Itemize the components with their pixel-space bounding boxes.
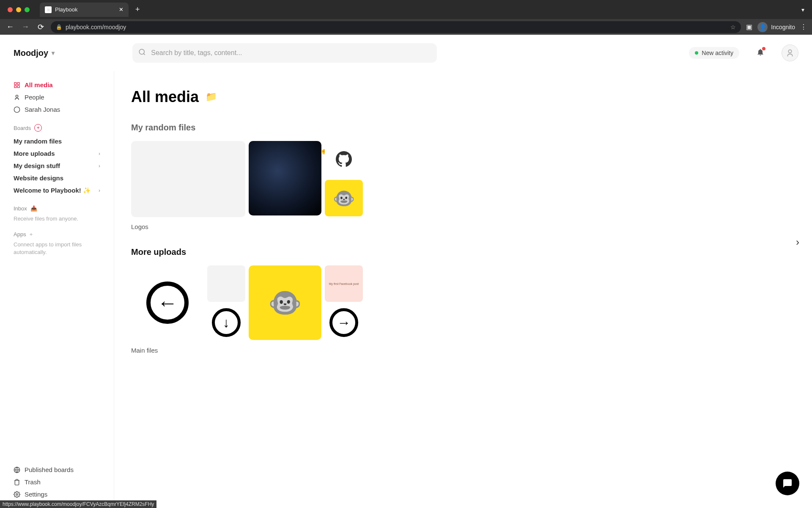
thumbnail-arrow-left[interactable]: ←	[131, 265, 204, 340]
search-icon	[138, 48, 146, 58]
apps-header: Apps	[14, 231, 26, 237]
apps-desc: Connect apps to import files automatical…	[8, 241, 105, 256]
sidebar-published-boards[interactable]: Published boards	[8, 464, 105, 476]
thumbnail-earth[interactable]	[249, 141, 321, 215]
browser-menu-icon[interactable]: ⋮	[800, 23, 807, 31]
activity-dot-icon	[695, 51, 698, 55]
workspace-name: Moodjoy	[14, 48, 48, 58]
nav-label: People	[25, 94, 44, 101]
workspace-switcher[interactable]: Moodjoy ▾	[14, 48, 55, 58]
collection-label[interactable]: Main files	[131, 347, 795, 354]
add-app-button[interactable]: +	[30, 231, 33, 237]
board-my-design-stuff[interactable]: My design stuff›	[8, 160, 105, 172]
inbox-icon[interactable]: 📥	[30, 205, 37, 212]
section-title[interactable]: My random files	[131, 123, 795, 133]
svg-point-0	[139, 49, 144, 54]
thumbnail-arrow-right[interactable]: →	[325, 304, 363, 341]
section-title[interactable]: More uploads	[131, 247, 795, 257]
sidebar-nav-user[interactable]: Sarah Jonas	[8, 103, 105, 116]
activity-badge[interactable]: New activity	[689, 47, 739, 59]
carousel-next-button[interactable]: ›	[796, 236, 799, 248]
browser-tab[interactable]: ▣ Playbook ✕	[40, 3, 129, 17]
board-website-designs[interactable]: Website designs	[8, 172, 105, 184]
url-text: playbook.com/moodjoy	[66, 24, 126, 30]
tab-favicon: ▣	[45, 6, 52, 13]
window-close-icon[interactable]	[8, 7, 13, 12]
extensions-icon[interactable]: ▣	[746, 23, 752, 31]
thumbnail-facebook-post[interactable]: My first Facebook post	[325, 265, 363, 302]
collection-label[interactable]: Logos	[131, 223, 795, 230]
new-tab-button[interactable]: +	[135, 5, 140, 14]
svg-line-1	[144, 53, 145, 55]
chat-fab[interactable]	[776, 472, 799, 495]
svg-point-7	[16, 95, 18, 97]
svg-rect-4	[17, 83, 19, 85]
thumbnail-mailchimp-large[interactable]: 🐵	[249, 265, 321, 340]
add-board-button[interactable]: +	[34, 124, 42, 132]
sidebar-trash[interactable]: Trash	[8, 476, 105, 488]
incognito-icon[interactable]: 👤	[757, 22, 768, 32]
chevron-right-icon: ›	[99, 163, 100, 169]
sidebar-settings[interactable]: Settings	[8, 488, 105, 500]
thumbnail-github[interactable]	[325, 141, 363, 177]
svg-point-11	[16, 494, 18, 495]
board-more-uploads[interactable]: More uploads›	[8, 147, 105, 160]
tabs-menu-icon[interactable]: ▾	[801, 6, 804, 13]
activity-label: New activity	[702, 50, 733, 56]
nav-label: All media	[25, 81, 53, 88]
thumbnail[interactable]	[207, 265, 245, 302]
svg-rect-6	[17, 86, 19, 88]
inbox-header: Inbox	[14, 205, 27, 212]
search-input[interactable]	[132, 43, 437, 63]
board-welcome[interactable]: Welcome to Playbook! ✨›	[8, 184, 105, 197]
inbox-desc: Receive files from anyone.	[8, 215, 105, 223]
chevron-right-icon: ›	[99, 151, 100, 157]
window-maximize-icon[interactable]	[25, 7, 30, 12]
svg-point-2	[788, 50, 791, 53]
notification-dot-icon	[762, 47, 765, 50]
forward-button[interactable]: →	[20, 22, 30, 31]
nav-label: Sarah Jonas	[25, 106, 60, 113]
notifications-button[interactable]	[756, 48, 765, 58]
back-button[interactable]: ←	[5, 22, 15, 31]
user-avatar[interactable]	[782, 44, 798, 61]
tab-title: Playbook	[55, 6, 77, 13]
thumbnail-mailchimp[interactable]: 🐵	[325, 180, 363, 216]
thumbnail[interactable]	[131, 141, 245, 217]
sidebar-nav-people[interactable]: People	[8, 91, 105, 103]
chevron-right-icon: ›	[99, 188, 100, 193]
svg-rect-5	[14, 86, 16, 88]
window-minimize-icon[interactable]	[16, 7, 21, 12]
address-bar[interactable]: 🔒 playbook.com/moodjoy ☆	[51, 21, 741, 33]
chevron-down-icon: ▾	[52, 50, 55, 56]
boards-header: Boards	[14, 125, 31, 131]
lock-icon: 🔒	[56, 24, 62, 30]
folder-icon[interactable]: 📁	[206, 91, 217, 102]
board-my-random-files[interactable]: My random files	[8, 135, 105, 147]
svg-rect-3	[14, 83, 16, 85]
status-bar-link: https://www.playbook.com/moodjoy/FCVyAzc…	[0, 500, 156, 508]
sidebar-nav-all-media[interactable]: All media	[8, 79, 105, 91]
thumbnail-arrow-down[interactable]: ↓	[207, 304, 245, 341]
bookmark-icon[interactable]: ☆	[730, 24, 736, 30]
close-tab-icon[interactable]: ✕	[119, 6, 123, 13]
reload-button[interactable]: ⟳	[36, 22, 46, 32]
page-title: All media	[131, 88, 199, 106]
svg-point-8	[14, 107, 19, 112]
incognito-label: Incognito	[771, 24, 795, 30]
